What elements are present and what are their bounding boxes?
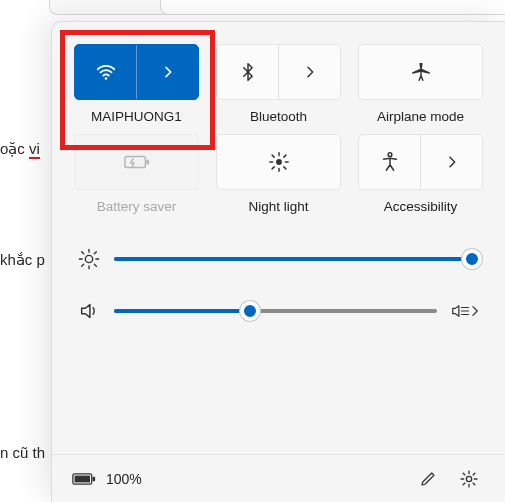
bg-text-3: n cũ th [0, 444, 45, 461]
brightness-row [78, 248, 479, 270]
bluetooth-tile: Bluetooth [216, 44, 341, 124]
brightness-fill [114, 257, 472, 261]
night-light-icon [268, 151, 290, 173]
accessibility-button[interactable] [358, 134, 483, 190]
bg-toolbar-inner [160, 0, 505, 15]
battery-percent: 100% [106, 471, 142, 487]
wifi-tile: MAIPHUONG1 [74, 44, 199, 124]
brightness-slider[interactable] [114, 257, 479, 261]
edit-button[interactable] [413, 464, 443, 494]
chevron-right-icon [302, 64, 318, 80]
night-light-tile: Night light [216, 134, 341, 214]
svg-point-28 [466, 476, 471, 481]
battery-saver-label: Battery saver [97, 199, 177, 214]
bluetooth-button[interactable] [216, 44, 341, 100]
volume-thumb[interactable] [240, 301, 260, 321]
airplane-icon [410, 61, 432, 83]
wifi-icon [95, 61, 117, 83]
svg-line-18 [82, 252, 84, 254]
volume-slider[interactable] [114, 309, 437, 313]
wifi-expand[interactable] [137, 45, 198, 99]
volume-icon [78, 300, 100, 322]
accessibility-label: Accessibility [384, 199, 458, 214]
bluetooth-expand[interactable] [279, 45, 340, 99]
svg-rect-26 [75, 475, 90, 482]
battery-saver-tile: Battery saver [74, 134, 199, 214]
wifi-button[interactable] [74, 44, 199, 100]
night-light-button[interactable] [216, 134, 341, 190]
svg-line-21 [94, 252, 96, 254]
footer-bar: 100% [52, 454, 505, 502]
svg-rect-27 [93, 476, 96, 480]
sliders-area [52, 220, 505, 342]
accessibility-tile: Accessibility [358, 134, 483, 214]
svg-point-13 [85, 255, 92, 262]
svg-line-19 [94, 264, 96, 266]
brightness-icon [78, 248, 100, 270]
bluetooth-label: Bluetooth [250, 109, 307, 124]
svg-line-8 [272, 155, 274, 157]
volume-row [78, 300, 479, 322]
settings-button[interactable] [453, 463, 485, 495]
accessibility-icon [379, 151, 401, 173]
brightness-thumb[interactable] [462, 249, 482, 269]
volume-fill [114, 309, 250, 313]
chevron-right-icon [160, 64, 176, 80]
svg-line-9 [283, 167, 285, 169]
svg-point-0 [104, 77, 107, 80]
quick-settings-panel: MAIPHUONG1 Bluetooth [51, 21, 505, 502]
night-light-label: Night light [248, 199, 308, 214]
battery-saver-icon [124, 152, 150, 172]
svg-point-12 [388, 153, 392, 157]
airplane-label: Airplane mode [377, 109, 464, 124]
battery-icon[interactable] [72, 471, 96, 487]
audio-output-button[interactable] [451, 301, 479, 321]
svg-line-20 [82, 264, 84, 266]
svg-line-10 [272, 167, 274, 169]
svg-rect-1 [124, 156, 144, 167]
chevron-right-icon [444, 154, 460, 170]
bluetooth-icon [238, 62, 258, 82]
svg-rect-2 [146, 160, 149, 165]
wifi-toggle[interactable] [75, 45, 136, 99]
wifi-label: MAIPHUONG1 [91, 109, 182, 124]
tiles-grid: MAIPHUONG1 Bluetooth [52, 22, 505, 220]
airplane-button[interactable] [358, 44, 483, 100]
accessibility-expand[interactable] [421, 135, 482, 189]
svg-point-3 [276, 159, 282, 165]
bluetooth-toggle[interactable] [217, 45, 278, 99]
battery-saver-button [74, 134, 199, 190]
bg-text-2: khắc p [0, 251, 45, 269]
svg-line-11 [283, 155, 285, 157]
airplane-tile: Airplane mode [358, 44, 483, 124]
bg-text-1: oặc vi [0, 140, 40, 158]
accessibility-toggle[interactable] [359, 135, 420, 189]
